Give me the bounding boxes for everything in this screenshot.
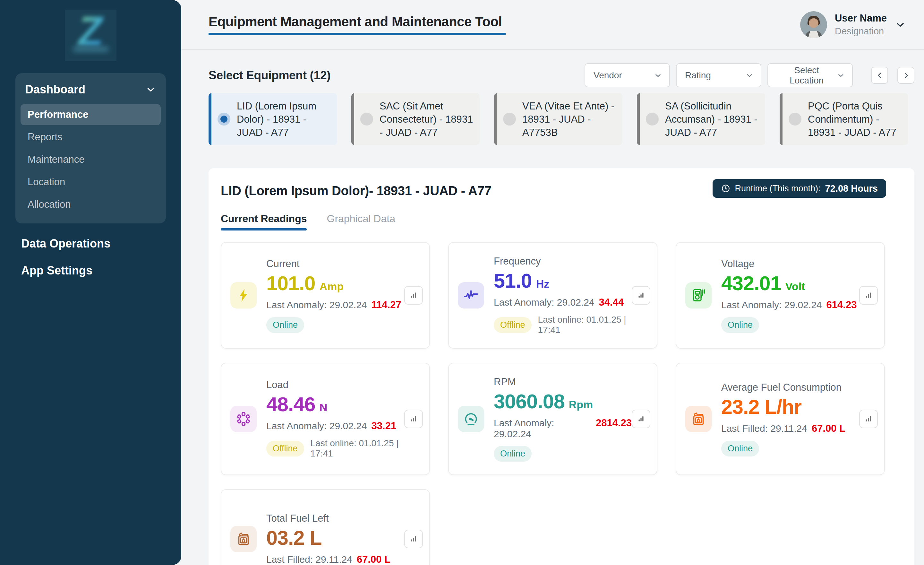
equipment-card[interactable]: PQC (Porta Quis Condimentum) - 18931 - J… [780,93,908,145]
metric-body: RPM 3060.08 Rpm Last Anomaly: 29.02.24 2… [494,376,632,461]
metric-anomaly: Last Anomaly: 29.02.24 34.44 [494,297,632,308]
tab[interactable]: Current Readings [221,213,307,230]
metric-unit: Rpm [569,398,593,411]
metric-anomaly: Last Anomaly: 29.02.24 614.23 [721,299,856,311]
sidebar-subitem[interactable]: Maintenance [21,149,161,170]
equipment-card[interactable]: SA (Sollicitudin Accumsan) - 18931 - JUA… [637,93,765,145]
status-badge: Online [721,317,759,333]
equipment-card-label: VEA (Vitae Et Ante) - 18931 - JUAD - A77… [522,99,617,139]
sidebar-subitem[interactable]: Allocation [21,194,161,215]
metric-value-row: 3060.08 Rpm [494,390,632,413]
metric-unit: Volt [785,280,805,293]
metric-value-row: 101.0 Amp [266,272,401,295]
lightning-icon [230,282,256,308]
view-chart-button[interactable] [859,286,878,305]
tab[interactable]: Graphical Data [327,213,395,230]
gauge-icon [458,406,484,432]
sidebar-item-app-settings[interactable]: App Settings [21,264,181,277]
equipment-card[interactable]: LID (Lorem Ipsum Dolor) - 18931 - JUAD -… [208,93,337,145]
select-equipment-heading: Select Equipment (12) [208,69,330,82]
metric-status-row: Offline Last online: 01.01.25 | 17:41 [494,315,632,335]
equipment-card-row: LID (Lorem Ipsum Dolor) - 18931 - JUAD -… [208,93,914,145]
equipment-card[interactable]: VEA (Vitae Et Ante) - 18931 - JUAD - A77… [494,93,622,145]
equipment-card-label: LID (Lorem Ipsum Dolor) - 18931 - JUAD -… [237,99,332,139]
anomaly-value: 34.44 [599,297,624,308]
anomaly-value: 67.00 L [812,423,845,434]
next-button[interactable] [897,67,914,84]
metric-value: 48.46 [266,392,315,416]
sidebar-subitem[interactable]: Performance [21,104,161,125]
filter-dropdown[interactable]: Vendor [585,63,670,87]
dashboard-subnav: PerformanceReportsMaintenanceLocationAll… [21,104,161,215]
metric-status-row: Online [494,446,632,461]
sidebar-subitem[interactable]: Location [21,171,161,192]
metric-anomaly: Last Anomaly: 29.02.24 114.27 [266,299,401,311]
title-underline [208,33,506,35]
chevron-down-icon [654,71,662,80]
equipment-card-label: SA (Sollicitudin Accumsan) - 18931 - JUA… [665,99,760,139]
radio-button[interactable] [789,113,801,126]
metric-name: Average Fuel Consumption [721,382,845,393]
app-logo: Z [65,10,117,61]
sidebar-item-data-operations[interactable]: Data Operations [21,237,181,250]
view-chart-button[interactable] [404,530,423,548]
user-menu[interactable]: User Name Designation [800,11,906,38]
equipment-card[interactable]: SAC (Sit Amet Consectetur) - 18931 - JUA… [351,93,480,145]
metric-value: 101.0 [266,272,315,295]
dashboard-label: Dashboard [25,83,86,96]
view-chart-button[interactable] [404,286,423,305]
view-chart-button[interactable] [859,410,878,428]
user-texts: User Name Designation [835,12,887,37]
prev-button[interactable] [871,67,888,84]
metric-name: RPM [494,376,632,388]
sidebar-item-dashboard[interactable]: Dashboard [21,80,161,103]
chevron-down-icon[interactable] [894,19,906,30]
metric-body: Frequency 51.0 Hz Last Anomaly: 29.02.24… [494,255,632,335]
radio-button[interactable] [503,113,516,126]
view-chart-button[interactable] [632,286,650,305]
filter-dropdown[interactable]: Rating [676,63,761,87]
pulse-icon [458,282,484,308]
bar-chart-icon [408,290,418,301]
equipment-title: LID (Lorem Ipsum Dolor)- 18931 - JUAD - … [221,183,492,198]
load-icon [230,406,256,432]
filter-label: Vendor [594,70,622,81]
page-title-text: Equipment Management and Maintenance Too… [208,14,502,29]
multimeter-icon [685,282,712,308]
status-badge: Online [266,317,304,333]
status-badge: Online [721,441,759,457]
anomaly-label: Last Anomaly: 29.02.24 [494,418,591,439]
metric-status-row: Online [266,317,401,333]
bar-chart-icon [863,414,874,424]
anomaly-value: 67.00 L [357,554,390,565]
chevron-down-icon [745,71,754,80]
anomaly-label: Last Filled: 29.11.24 [721,423,807,434]
radio-button[interactable] [218,113,230,126]
anomaly-label: Last Filled: 29.11.24 [266,554,352,565]
bar-chart-icon [863,290,874,301]
equipment-detail-panel: LID (Lorem Ipsum Dolor)- 18931 - JUAD - … [208,168,914,565]
metric-card: Frequency 51.0 Hz Last Anomaly: 29.02.24… [448,242,657,349]
view-chart-button[interactable] [632,410,650,428]
filter-dropdown[interactable]: Select Location [767,63,853,87]
radio-button[interactable] [646,113,658,126]
metric-card: Total Fuel Left 03.2 L Last Filled: 29.1… [221,489,430,565]
anomaly-label: Last Anomaly: 29.02.24 [266,299,367,310]
metric-value-row: 48.46 N [266,392,404,416]
metric-value-row: 51.0 Hz [494,269,632,292]
metric-name: Total Fuel Left [266,513,390,524]
view-chart-button[interactable] [404,410,423,428]
metric-body: Total Fuel Left 03.2 L Last Filled: 29.1… [266,513,390,565]
radio-button[interactable] [360,113,373,126]
filter-label: Select Location [776,65,837,86]
equipment-card-label: SAC (Sit Amet Consectetur) - 18931 - JUA… [380,99,474,139]
sidebar: Z Dashboard PerformanceReportsMaintenanc… [0,0,181,565]
filters: Vendor Rating Select Location [585,63,853,87]
user-designation: Designation [835,26,887,37]
anomaly-value: 614.23 [826,299,857,311]
sidebar-subitem[interactable]: Reports [21,126,161,148]
metric-body: Load 48.46 N Last Anomaly: 29.02.24 33.2… [266,379,404,459]
main-area: Equipment Management and Maintenance Too… [181,0,924,565]
avatar[interactable] [800,11,827,38]
metric-card: Voltage 432.01 Volt Last Anomaly: 29.02.… [676,242,885,349]
